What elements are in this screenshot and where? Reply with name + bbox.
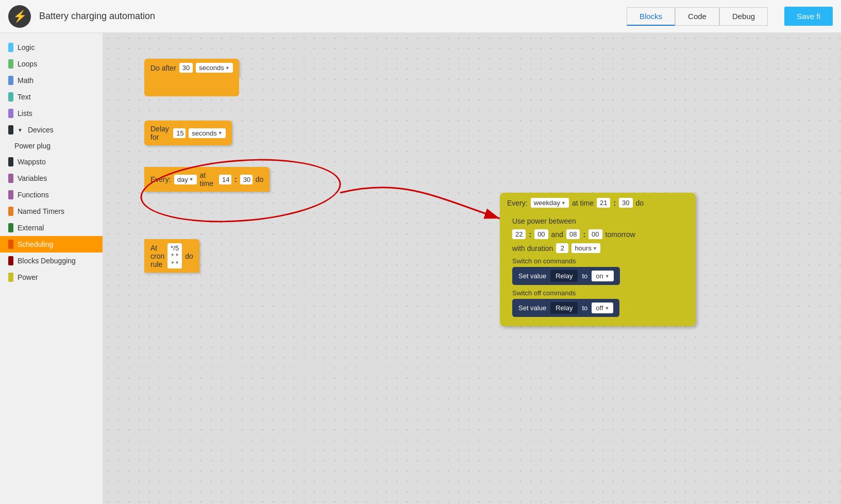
time1-m[interactable]: 00 [534,229,548,239]
lists-color [8,109,13,118]
sidebar-item-devices[interactable]: ▼ Devices [0,122,103,138]
relay2-label: Relay [550,302,578,314]
big-minute[interactable]: 30 [619,198,632,208]
sidebar-item-label: Variables [18,174,47,182]
expand-triangle: ▼ [18,127,23,133]
canvas-area[interactable]: Do after 30 seconds Delay for 15 seconds… [103,33,841,504]
scheduling-color [8,240,13,249]
big-scheduling-block[interactable]: Every: weekday at time 21 : 30 do Use po… [500,193,696,326]
switch-on-label: Switch on commands [512,257,683,265]
delay-value[interactable]: 15 [173,128,186,138]
logo-icon: ⚡ [13,10,27,23]
sidebar-item-scheduling[interactable]: Scheduling [0,236,103,253]
sidebar-item-blocks-debugging[interactable]: Blocks Debugging [0,253,103,269]
variables-color [8,174,13,183]
tab-blocks[interactable]: Blocks [627,7,675,26]
tab-code[interactable]: Code [675,7,719,26]
time2-h[interactable]: 08 [566,229,580,239]
big-hour[interactable]: 21 [597,198,610,208]
logic-color [8,43,13,52]
sidebar-item-loops[interactable]: Loops [0,56,103,72]
sidebar-item-label: Lists [18,109,32,117]
sidebar-item-label: Math [18,76,33,85]
duration-unit[interactable]: hours [571,243,600,253]
tomorrow-label: tomorrow [605,230,635,239]
functions-color [8,190,13,199]
every-day-block[interactable]: Every: day at time 14 : 30 do [144,167,167,187]
sidebar-item-label: Devices [28,126,54,134]
sidebar-item-variables[interactable]: Variables [0,170,103,187]
sidebar-item-named-timers[interactable]: Named Timers [0,203,103,220]
cron-label: At cron rule [150,244,164,268]
every-hour[interactable]: 14 [219,175,231,184]
sidebar-item-math[interactable]: Math [0,72,103,89]
sidebar-item-logic[interactable]: Logic [0,39,103,56]
nav-tabs: Blocks Code Debug [627,7,768,26]
loops-color [8,59,13,69]
sidebar-item-text[interactable]: Text [0,89,103,105]
devices-color [8,125,13,135]
red-arrow [103,33,841,504]
with-duration-label: with duration [512,244,553,253]
sidebar-item-external[interactable]: External [0,220,103,236]
do-after-block[interactable]: Do after 30 seconds [144,59,239,96]
power-color [8,273,13,282]
delay-unit[interactable]: seconds [189,128,225,138]
to2-label: to [582,304,587,312]
time1-h[interactable]: 22 [512,229,526,239]
cron-value[interactable]: */5 * * * * [167,243,182,268]
logo: ⚡ [8,5,31,28]
cron-do: do [185,252,193,260]
cron-block[interactable]: At cron rule */5 * * * * do [144,239,167,259]
every-label: Every: [150,175,171,183]
set-value2-label: Set value [518,304,546,312]
header: ⚡ Battery charging automation Blocks Cod… [0,0,841,33]
sidebar-item-label: Blocks Debugging [18,257,76,265]
colon1: : [234,175,237,183]
sidebar-item-label: Power plug [14,142,51,150]
time2-m[interactable]: 00 [588,229,602,239]
off-val[interactable]: off [592,303,613,313]
save-button[interactable]: Save fi [784,7,833,26]
big-freq[interactable]: weekday [531,198,569,208]
at-time-label: at time [200,171,216,188]
sidebar-item-power-plug[interactable]: Power plug [0,138,103,154]
big-every-label: Every: [507,199,528,207]
big-at-time: at time [572,199,594,207]
sidebar-item-wappsto[interactable]: Wappsto [0,154,103,170]
do-after-unit[interactable]: seconds [196,63,232,73]
on-val[interactable]: on [592,271,613,281]
sidebar-item-label: Loops [18,60,37,68]
sidebar-item-label: Text [18,93,31,101]
project-title: Battery charging automation [39,11,618,22]
sidebar-item-functions[interactable]: Functions [0,187,103,203]
wappsto-color [8,157,13,166]
and-label: and [551,230,563,239]
every-minute[interactable]: 30 [240,175,253,184]
colon3: : [583,230,585,239]
do-after-value[interactable]: 30 [179,63,193,73]
sidebar-item-label: External [18,224,44,232]
switch-on-block[interactable]: Set value Relay to on [512,267,620,285]
sidebar: Logic Loops Math Text Lists ▼ Devices [0,33,103,504]
big-colon: : [613,199,616,207]
big-do: do [636,199,644,207]
math-color [8,76,13,85]
to1-label: to [582,272,587,280]
duration-val[interactable]: 2 [556,243,568,253]
sidebar-item-label: Scheduling [18,240,53,248]
external-color [8,223,13,232]
sidebar-item-power[interactable]: Power [0,269,103,285]
switch-off-block[interactable]: Set value Relay to off [512,299,619,317]
delay-label: Delay for [150,125,170,141]
do-label: do [256,175,264,183]
every-freq[interactable]: day [174,175,197,184]
text-color [8,92,13,102]
sidebar-item-label: Power [18,273,38,281]
tab-debug[interactable]: Debug [719,7,768,26]
do-after-label: Do after [150,64,176,72]
set-value1-label: Set value [518,272,546,280]
switch-off-label: Switch off commands [512,289,683,297]
sidebar-item-label: Named Timers [18,207,64,215]
sidebar-item-lists[interactable]: Lists [0,105,103,122]
